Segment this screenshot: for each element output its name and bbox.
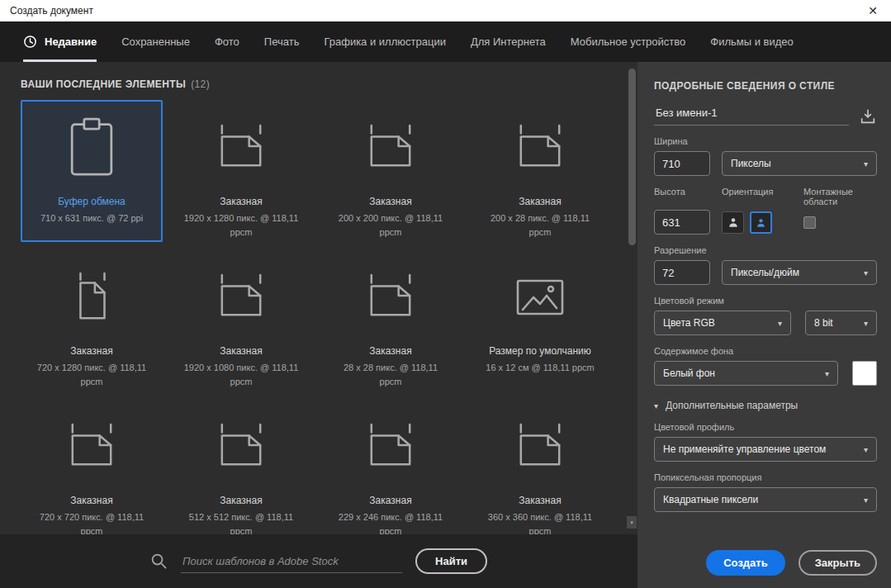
document-name-input[interactable] xyxy=(654,103,849,126)
preset-card-2[interactable]: Заказная200 x 200 пикс. @ 118,11 ppcm xyxy=(320,100,462,242)
tab-3[interactable]: Печать xyxy=(264,21,300,62)
tab-7[interactable]: Фильмы и видео xyxy=(710,21,793,62)
color-mode-value: Цвета RGB xyxy=(663,317,715,329)
tab-5[interactable]: Для Интернета xyxy=(471,21,546,62)
preset-details-panel: ПОДРОБНЫЕ СВЕДЕНИЯ О СТИЛЕ Ширина Пиксел… xyxy=(637,62,891,588)
preset-size: 16 x 12 см @ 118,11 ppcm xyxy=(474,361,605,375)
width-input[interactable] xyxy=(654,151,710,176)
scrollbar-thumb[interactable] xyxy=(628,69,636,245)
pixel-aspect-dropdown[interactable]: Квадратные пиксели ▾ xyxy=(654,487,877,512)
preset-card-4[interactable]: Заказная720 x 1280 пикс. @ 118,11 ppcm xyxy=(21,249,163,391)
find-button[interactable]: Найти xyxy=(415,548,487,574)
preset-card-6[interactable]: Заказная28 x 28 пикс. @ 118,11 ppcm xyxy=(320,249,462,391)
orientation-label: Ориентация xyxy=(722,187,803,206)
resolution-input[interactable] xyxy=(654,260,710,285)
create-button[interactable]: Создать xyxy=(706,550,784,576)
artboards-checkbox[interactable] xyxy=(803,216,816,229)
preset-name: Заказная xyxy=(220,196,262,207)
preset-name: Заказная xyxy=(519,495,561,506)
doc-landscape-icon xyxy=(509,405,571,488)
tab-6[interactable]: Мобильное устройство xyxy=(571,21,686,62)
tab-0[interactable]: Недавние xyxy=(23,21,97,62)
orientation-group xyxy=(722,210,803,235)
color-profile-value: Не применяйте управление цветом xyxy=(663,443,826,455)
preset-size: 710 x 631 пикс. @ 72 ppi xyxy=(29,211,154,225)
preset-name: Заказная xyxy=(369,196,411,207)
save-preset-button[interactable] xyxy=(859,107,877,126)
background-value: Белый фон xyxy=(663,368,715,379)
dialog-actions: Создать Закрыть xyxy=(654,550,877,576)
resolution-label: Разрешение xyxy=(654,245,877,255)
width-unit-value: Пикселы xyxy=(731,158,771,169)
advanced-options-toggle[interactable]: ▾ Дополнительные параметры xyxy=(654,400,877,411)
color-mode-dropdown[interactable]: Цвета RGB ▾ xyxy=(654,311,791,335)
resolution-unit-value: Пикселы/дюйм xyxy=(731,267,799,278)
width-label: Ширина xyxy=(654,136,877,146)
download-icon xyxy=(859,107,877,126)
preset-name: Заказная xyxy=(220,495,262,506)
window-title: Создать документ xyxy=(10,5,93,17)
preset-size: 200 x 200 пикс. @ 118,11 ppcm xyxy=(321,211,460,239)
scrollbar-down-icon[interactable]: ▾ xyxy=(627,516,637,529)
tab-label: Сохраненные xyxy=(121,36,190,48)
tab-label: Фильмы и видео xyxy=(710,36,793,48)
preset-card-3[interactable]: Заказная200 x 28 пикс. @ 118,11 ppcm xyxy=(469,100,611,242)
preset-card-11[interactable]: Заказная360 x 360 пикс. @ 118,11 ppcm xyxy=(469,399,611,541)
bit-depth-value: 8 bit xyxy=(814,317,833,329)
new-document-dialog: Создать документ ✕ НедавниеСохраненныеФо… xyxy=(0,0,891,588)
tab-4[interactable]: Графика и иллюстрации xyxy=(324,21,445,62)
doc-landscape-icon xyxy=(211,256,272,339)
preset-name: Заказная xyxy=(519,196,561,207)
close-button[interactable]: Закрыть xyxy=(799,550,877,576)
preset-card-7[interactable]: Размер по умолчанию16 x 12 см @ 118,11 p… xyxy=(469,249,611,391)
doc-landscape-icon xyxy=(211,107,272,189)
artboards-label: Монтажные области xyxy=(803,187,877,206)
tab-label: Фото xyxy=(215,36,239,48)
chevron-down-icon: ▾ xyxy=(825,369,829,378)
background-color-swatch[interactable] xyxy=(852,361,877,386)
doc-landscape-icon xyxy=(509,107,571,189)
details-heading: ПОДРОБНЫЕ СВЕДЕНИЯ О СТИЛЕ xyxy=(654,80,877,92)
height-input[interactable] xyxy=(654,210,710,235)
preset-card-0[interactable]: Буфер обмена710 x 631 пикс. @ 72 ppi xyxy=(21,100,163,242)
pixel-aspect-value: Квадратные пиксели xyxy=(663,494,758,505)
preset-name: Заказная xyxy=(70,345,112,357)
preset-size: 1920 x 1280 пикс. @ 118,11 ppcm xyxy=(172,211,310,239)
color-profile-label: Цветовой профиль xyxy=(654,422,877,432)
preset-name: Заказная xyxy=(70,495,112,506)
orientation-portrait-button[interactable] xyxy=(722,211,744,234)
close-icon[interactable]: ✕ xyxy=(865,3,881,18)
stock-search-bar: Найти xyxy=(0,534,637,588)
tab-label: Недавние xyxy=(45,36,97,48)
chevron-down-icon: ▾ xyxy=(864,268,868,277)
color-profile-dropdown[interactable]: Не применяйте управление цветом ▾ xyxy=(654,437,877,462)
tab-label: Графика и иллюстрации xyxy=(324,36,445,48)
pixel-aspect-label: Попиксельная пропорция xyxy=(654,472,877,482)
chevron-down-icon: ▾ xyxy=(864,445,868,454)
width-unit-dropdown[interactable]: Пикселы ▾ xyxy=(722,151,877,176)
presets-panel: ВАШИ ПОСЛЕДНИЕ ЭЛЕМЕНТЫ(12) Буфер обмена… xyxy=(0,62,637,588)
tab-1[interactable]: Сохраненные xyxy=(121,21,190,62)
chevron-down-icon: ▾ xyxy=(778,319,782,328)
doc-landscape-icon xyxy=(211,405,272,488)
doc-landscape-icon xyxy=(360,107,421,189)
clipboard-icon xyxy=(64,107,119,189)
preset-card-9[interactable]: Заказная512 x 512 пикс. @ 118,11 ppcm xyxy=(170,399,312,541)
preset-size: 28 x 28 пикс. @ 118,11 ppcm xyxy=(321,361,460,389)
chevron-down-icon: ▾ xyxy=(654,401,658,410)
orientation-landscape-button[interactable] xyxy=(750,211,772,234)
resolution-unit-dropdown[interactable]: Пикселы/дюйм ▾ xyxy=(722,260,877,285)
stock-search-input[interactable] xyxy=(181,550,402,573)
preset-card-8[interactable]: Заказная720 x 720 пикс. @ 118,11 ppcm xyxy=(21,399,163,541)
doc-landscape-icon xyxy=(360,405,421,488)
preset-name: Заказная xyxy=(369,345,411,357)
tab-2[interactable]: Фото xyxy=(215,21,239,62)
tab-label: Печать xyxy=(264,36,300,48)
preset-card-5[interactable]: Заказная1920 x 1080 пикс. @ 118,11 ppcm xyxy=(170,249,312,391)
chevron-down-icon: ▾ xyxy=(864,159,868,168)
preset-card-1[interactable]: Заказная1920 x 1280 пикс. @ 118,11 ppcm xyxy=(170,100,312,242)
background-dropdown[interactable]: Белый фон ▾ xyxy=(654,361,838,386)
bit-depth-dropdown[interactable]: 8 bit ▾ xyxy=(805,311,877,335)
preset-card-10[interactable]: Заказная229 x 246 пикс. @ 118,11 ppcm xyxy=(320,399,462,541)
recent-heading-text: ВАШИ ПОСЛЕДНИЕ ЭЛЕМЕНТЫ xyxy=(21,78,186,90)
